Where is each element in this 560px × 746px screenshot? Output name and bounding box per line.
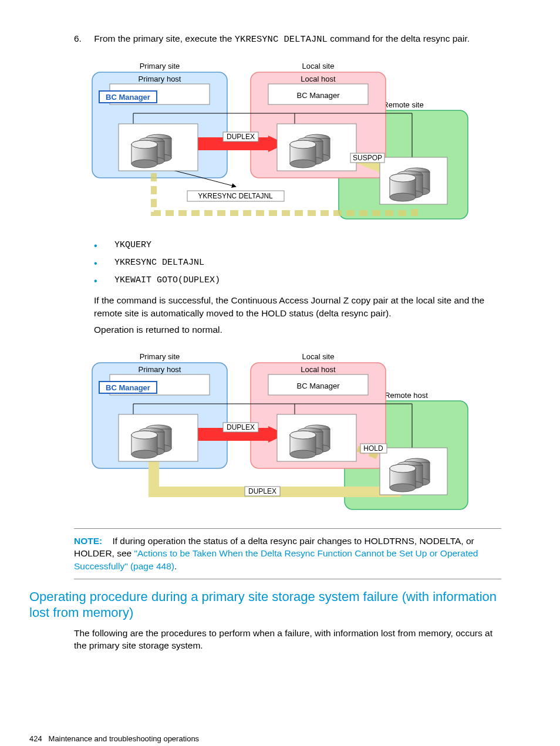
- note-label: NOTE:: [74, 536, 102, 546]
- d2-local-site-label: Local site: [302, 352, 335, 361]
- bullet-3: YKEWAIT GOTO(DUPLEX): [94, 272, 531, 289]
- d1-suspop-label: SUSPOP: [353, 154, 382, 162]
- svg-point-72: [131, 431, 157, 439]
- svg-point-34: [290, 140, 316, 148]
- command-bullets: YKQUERY YKRESYNC DELTAJNL YKEWAIT GOTO(D…: [94, 237, 531, 289]
- d1-remote-site-label: Remote site: [383, 100, 423, 109]
- note-text-post: .: [174, 561, 177, 571]
- d1-primary-site-label: Primary site: [140, 62, 180, 70]
- diagram-1: Remote site Primary site Local site Prim…: [86, 55, 474, 225]
- d2-duplex2-label: DUPLEX: [248, 487, 276, 495]
- bullet-1: YKQUERY: [94, 237, 531, 254]
- d2-duplex1-label: DUPLEX: [227, 423, 255, 431]
- d1-local-host-label: Local host: [301, 75, 336, 83]
- step-number: 6.: [74, 32, 92, 45]
- paragraph-3: The following are the procedures to perf…: [74, 627, 501, 652]
- paragraph-1: If the command is successful, the Contin…: [94, 294, 501, 319]
- step-command: YKRESYNC DELTAJNL: [235, 34, 328, 45]
- d2-bc-manager-1: BC Manager: [106, 383, 150, 392]
- svg-point-43: [390, 193, 416, 201]
- d2-primary-host-label: Primary host: [139, 365, 181, 374]
- svg-point-81: [290, 450, 316, 458]
- paragraph-2: Operation is returned to normal.: [94, 323, 501, 336]
- step-6: 6. From the primary site, execute the YK…: [74, 32, 531, 46]
- d1-bc-manager-1: BC Manager: [106, 93, 150, 102]
- note-block: NOTE: If during operation the status of …: [74, 528, 501, 579]
- step-text-post: command for the delta resync pair.: [328, 33, 470, 43]
- svg-point-92: [390, 464, 416, 472]
- d1-ykresync-label: YKRESYNC DELTAJNL: [198, 192, 273, 200]
- d1-local-site-label: Local site: [302, 62, 335, 70]
- svg-point-71: [131, 450, 157, 458]
- svg-point-33: [290, 160, 316, 168]
- d2-hold-label: HOLD: [363, 444, 383, 453]
- d1-bc-manager-2: BC Manager: [297, 91, 340, 100]
- svg-point-91: [390, 484, 416, 492]
- d1-duplex-label: DUPLEX: [227, 133, 255, 141]
- diagram-2: Remote host Primary site Local site Prim…: [86, 345, 474, 515]
- d2-local-host-label: Local host: [301, 365, 336, 374]
- d2-remote-host-label: Remote host: [384, 391, 428, 400]
- d2-bc-manager-2: BC Manager: [297, 382, 340, 390]
- svg-point-82: [290, 431, 316, 439]
- svg-point-24: [131, 140, 157, 148]
- d2-primary-site-label: Primary site: [140, 352, 180, 361]
- page-number: 424: [29, 734, 42, 743]
- d1-primary-host-label: Primary host: [139, 75, 181, 83]
- page-footer: 424 Maintenance and troubleshooting oper…: [29, 734, 531, 743]
- footer-title: Maintenance and troubleshooting operatio…: [49, 734, 200, 743]
- svg-point-23: [131, 160, 157, 168]
- svg-point-44: [390, 174, 416, 182]
- bullet-2: YKRESYNC DELTAJNL: [94, 254, 531, 272]
- step-text-pre: From the primary site, execute the: [94, 33, 234, 43]
- note-link[interactable]: "Actions to be Taken When the Delta Resy…: [74, 548, 478, 571]
- section-heading: Operating procedure during a primary sit…: [29, 589, 501, 621]
